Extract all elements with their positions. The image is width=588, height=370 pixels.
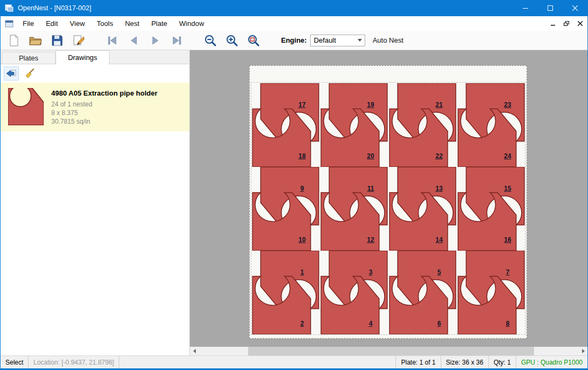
- nested-pair-cell[interactable]: 9 10: [251, 167, 320, 251]
- save-as-button[interactable]: [71, 33, 87, 48]
- mdi-restore-button[interactable]: [560, 18, 572, 30]
- part-number-upper: 1: [300, 268, 304, 276]
- part-number-upper: 15: [504, 185, 511, 192]
- menu-item-view[interactable]: View: [64, 16, 91, 31]
- chevron-down-icon[interactable]: [355, 35, 365, 46]
- next-arrow-icon: [150, 35, 161, 46]
- menu-item-window[interactable]: Window: [173, 16, 210, 31]
- menubar: File Edit View Tools Nest Plate Window: [1, 16, 587, 31]
- engine-select[interactable]: Default: [310, 35, 365, 46]
- zoom-fit-button[interactable]: [245, 33, 262, 48]
- item-dimensions: 8 x 8.375: [51, 109, 158, 117]
- drawing-item[interactable]: 4980 A05 Extraction pipe holder 24 of 1 …: [1, 83, 189, 131]
- part-thumbnail: [8, 88, 44, 125]
- engine-label: Engine:: [281, 36, 307, 44]
- part-number-upper: 21: [435, 101, 442, 109]
- part-number-upper: 13: [435, 185, 442, 192]
- nested-pair-cell[interactable]: 19 20: [320, 83, 388, 167]
- menu-item-file[interactable]: File: [17, 16, 40, 31]
- maximize-button[interactable]: [538, 0, 563, 16]
- scroll-left-icon: [193, 349, 196, 353]
- status-size: Size: 36 x 36: [441, 356, 488, 368]
- part-number-lower: 6: [437, 320, 441, 327]
- part-number-upper: 17: [298, 101, 305, 109]
- save-floppy-icon: [52, 35, 63, 46]
- horizontal-scrollbar[interactable]: [190, 347, 587, 355]
- part-number-lower: 2: [300, 320, 304, 327]
- mdi-close-icon: [578, 21, 583, 26]
- nested-pair-cell[interactable]: 1 2: [251, 251, 320, 334]
- edit-save-icon: [73, 35, 85, 46]
- first-plate-button[interactable]: [104, 33, 120, 48]
- part-number-lower: 8: [506, 320, 510, 327]
- close-button[interactable]: [563, 0, 587, 16]
- status-plate: Plate: 1 of 1: [395, 356, 440, 368]
- first-arrow-icon: [107, 35, 118, 46]
- drawing-item-info: 4980 A05 Extraction pipe holder 24 of 1 …: [51, 88, 158, 126]
- open-button[interactable]: [28, 33, 44, 48]
- menu-item-nest[interactable]: Nest: [119, 16, 146, 31]
- nested-pair-cell[interactable]: 7 8: [457, 251, 525, 334]
- nested-pair-cell[interactable]: 5 6: [388, 251, 457, 334]
- tabstrip: Plates Drawings: [1, 50, 189, 64]
- save-button[interactable]: [49, 33, 65, 48]
- zoom-in-icon: [225, 34, 238, 47]
- app-window: OpenNest - [N0317-002] File Edit View To…: [0, 0, 588, 370]
- return-part-button[interactable]: [4, 66, 19, 80]
- prev-plate-button[interactable]: [126, 33, 142, 48]
- mdi-minimize-button[interactable]: [547, 18, 559, 30]
- menu-item-plate[interactable]: Plate: [145, 16, 173, 31]
- status-mode: Select: [1, 356, 29, 368]
- nested-pair-cell[interactable]: 15 16: [457, 167, 525, 251]
- status-location: Location: [-0.9437, 21.8796]: [29, 356, 119, 368]
- zoom-out-button[interactable]: [202, 33, 218, 48]
- zoom-in-button[interactable]: [224, 33, 240, 48]
- new-file-icon: [9, 35, 19, 46]
- part-number-upper: 11: [367, 185, 374, 192]
- status-gpu: GPU : Quadro P1000: [516, 356, 587, 368]
- part-number-lower: 20: [367, 152, 374, 160]
- menu-item-tools[interactable]: Tools: [91, 16, 119, 31]
- titlebar: OpenNest - [N0317-002]: [1, 0, 587, 16]
- next-plate-button[interactable]: [147, 33, 163, 48]
- part-number-lower: 14: [435, 236, 442, 244]
- scroll-thumb[interactable]: [248, 347, 534, 355]
- nested-pair-cell[interactable]: 13 14: [388, 167, 457, 251]
- part-number-upper: 7: [506, 268, 510, 276]
- part-number-upper: 9: [300, 185, 304, 192]
- clean-button[interactable]: [22, 66, 37, 80]
- scroll-left-button[interactable]: [190, 347, 199, 355]
- part-number-upper: 3: [369, 268, 373, 276]
- scroll-right-button[interactable]: [579, 347, 587, 355]
- mdi-restore-icon: [564, 21, 569, 26]
- statusbar: Select Location: [-0.9437, 21.8796] Plat…: [1, 355, 587, 368]
- last-arrow-icon: [172, 35, 182, 46]
- part-number-upper: 23: [504, 101, 511, 109]
- last-plate-button[interactable]: [169, 33, 185, 48]
- nested-pair-cell[interactable]: 21 22: [388, 83, 457, 167]
- part-number-lower: 4: [369, 320, 373, 327]
- nest-canvas[interactable]: 17 18 19 20 21 22 23 24 9 10: [189, 50, 587, 355]
- prev-arrow-icon: [128, 35, 139, 46]
- mdi-close-button[interactable]: [574, 18, 586, 30]
- open-folder-icon: [29, 35, 42, 46]
- part-number-lower: 24: [504, 152, 511, 160]
- nested-pair-cell[interactable]: 17 18: [251, 83, 320, 167]
- plate[interactable]: 17 18 19 20 21 22 23 24 9 10: [249, 65, 527, 339]
- left-panel: Plates Drawings: [1, 50, 189, 355]
- app-icon: [5, 4, 13, 12]
- maximize-icon: [548, 5, 553, 11]
- zoom-out-icon: [204, 34, 217, 47]
- minimize-button[interactable]: [513, 0, 538, 16]
- menu-item-edit[interactable]: Edit: [40, 16, 64, 31]
- tab-drawings[interactable]: Drawings: [56, 50, 110, 64]
- mdi-child-icon: [5, 20, 13, 28]
- tab-plates[interactable]: Plates: [2, 52, 56, 64]
- new-button[interactable]: [6, 33, 22, 48]
- auto-nest-button[interactable]: Auto Nest: [373, 36, 404, 44]
- minimize-icon: [523, 5, 528, 11]
- nested-pair-cell[interactable]: 23 24: [457, 83, 525, 167]
- nested-pair-cell[interactable]: 3 4: [320, 251, 388, 334]
- nested-pair-cell[interactable]: 11 12: [320, 167, 388, 251]
- close-icon: [572, 5, 578, 11]
